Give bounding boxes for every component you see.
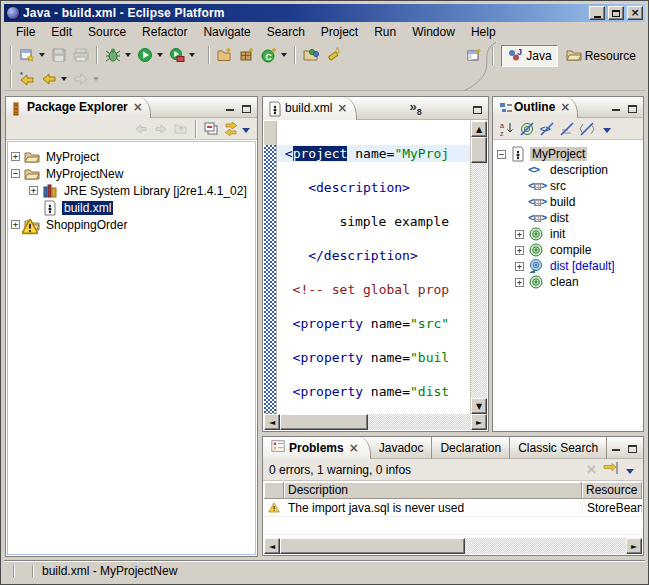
package-explorer-maximize-button[interactable] (240, 102, 253, 113)
pe-tree-item-shoppingorder[interactable]: +ShoppingOrder (8, 216, 255, 233)
menu-item-edit[interactable]: Edit (43, 23, 80, 42)
print-button[interactable] (70, 45, 92, 65)
scroll-right-arrow[interactable]: ► (471, 414, 487, 430)
package-explorer-close-icon[interactable]: × (132, 102, 144, 112)
menu-item-navigate[interactable]: Navigate (195, 23, 258, 42)
menu-item-run[interactable]: Run (366, 23, 404, 42)
collapse-all-button[interactable] (201, 120, 221, 138)
external-tools-dropdown[interactable] (189, 53, 195, 60)
editor-more-tabs-chevron[interactable]: »8 (409, 99, 421, 117)
run-button[interactable] (134, 45, 156, 65)
filter-icon[interactable] (603, 460, 619, 479)
eclipse-app-icon[interactable] (6, 6, 20, 20)
editor-maximize-button[interactable] (471, 103, 484, 114)
collapse-expander-icon[interactable]: − (497, 150, 506, 159)
outline-minimize-button[interactable] (609, 102, 622, 113)
pe-tree-item-myproject[interactable]: +MyProject (8, 148, 255, 165)
pe-tree-item-myprojectnew[interactable]: −MyProjectNew (8, 165, 255, 182)
scroll-left-arrow[interactable]: ◄ (264, 538, 280, 554)
pe-forward-button[interactable] (151, 120, 171, 138)
open-type-button[interactable] (300, 45, 322, 65)
expand-expander-icon[interactable]: + (515, 246, 524, 255)
new-class-button[interactable]: C (258, 45, 280, 65)
package-explorer-tab[interactable]: Package Explorer × (6, 97, 151, 118)
save-button[interactable] (48, 45, 70, 65)
perspective-button-java[interactable]: JJava (501, 45, 557, 67)
column-header-icon[interactable] (264, 482, 284, 498)
pe-tree-item-jre-system-library-j2re1-4-1-02-[interactable]: +JRE System Library [j2re1.4.1_02] (8, 182, 255, 199)
menu-item-project[interactable]: Project (313, 23, 366, 42)
scrollbar-thumb[interactable] (280, 414, 368, 430)
column-header-Resource[interactable]: Resource (582, 482, 642, 498)
problems-view-menu[interactable] (626, 469, 634, 474)
editor-left-ruler[interactable] (264, 121, 277, 414)
outline-tree-item-myproject[interactable]: −MyProject (494, 146, 642, 162)
outline-tree-item-compile[interactable]: +compile (494, 242, 642, 258)
menu-item-file[interactable]: File (8, 23, 43, 42)
outline-tree-item-dist[interactable]: +<>dist (494, 210, 642, 226)
expand-expander-icon[interactable]: + (11, 152, 20, 161)
problems-tab-close-icon[interactable]: × (348, 443, 360, 453)
expand-expander-icon[interactable]: + (515, 262, 524, 271)
run-dropdown[interactable] (157, 53, 163, 60)
pe-view-menu[interactable] (242, 128, 250, 133)
maximize-button[interactable] (608, 6, 624, 20)
close-button[interactable]: × (627, 6, 643, 20)
delete-marker-icon[interactable]: ✕ (586, 462, 597, 477)
search-button[interactable] (322, 45, 344, 65)
debug-button[interactable] (102, 45, 124, 65)
expand-expander-icon[interactable]: + (11, 220, 20, 229)
scrollbar-thumb[interactable] (280, 538, 465, 554)
expand-expander-icon[interactable]: + (515, 230, 524, 239)
outline-tree-item-src[interactable]: +<>src (494, 178, 642, 194)
scroll-left-arrow[interactable]: ◄ (264, 414, 280, 430)
new-class-dropdown[interactable] (281, 53, 287, 60)
forward-button[interactable] (70, 69, 92, 89)
outline-tree-item-description[interactable]: +<>description (494, 162, 642, 178)
menu-item-refactor[interactable]: Refactor (134, 23, 195, 42)
menu-item-window[interactable]: Window (404, 23, 463, 42)
outline-tree-item-clean[interactable]: +clean (494, 274, 642, 290)
editor-text-area[interactable]: <project name="MyProj<description>simple… (277, 121, 470, 414)
collapse-expander-icon[interactable]: − (11, 169, 20, 178)
scrollbar-thumb[interactable] (471, 137, 487, 163)
outline-tree-item-init[interactable]: +init (494, 226, 642, 242)
tab-classic-search[interactable]: Classic Search (510, 437, 607, 459)
editor-tab-buildxml[interactable]: build.xml × (263, 97, 357, 120)
tab-problems[interactable]: Problems× (263, 437, 371, 459)
new-wizard-dropdown[interactable] (39, 53, 45, 60)
back-dropdown[interactable] (61, 77, 67, 84)
hide-imported-elements-button[interactable] (557, 120, 577, 138)
menu-item-source[interactable]: Source (80, 23, 134, 42)
forward-dropdown[interactable] (93, 77, 99, 84)
new-java-package-button[interactable] (236, 45, 258, 65)
outline-tree-item-dist-default-[interactable]: +dist [default] (494, 258, 642, 274)
outline-view-menu[interactable] (603, 128, 611, 133)
problems-horizontal-scrollbar[interactable]: ◄ ► (264, 538, 642, 554)
perspective-button-resource[interactable]: Resource (561, 45, 641, 67)
problem-row[interactable]: The import java.sql is never usedStoreBe… (264, 499, 642, 517)
link-with-editor-button[interactable] (221, 120, 241, 138)
sort-button[interactable]: az (497, 120, 517, 138)
hide-properties-button[interactable]: <> (537, 120, 557, 138)
external-tools-button[interactable] (166, 45, 188, 65)
editor-horizontal-scrollbar[interactable]: ◄ ► (264, 414, 487, 430)
editor-vertical-scrollbar[interactable]: ▲ ▼ (470, 121, 487, 414)
outline-maximize-button[interactable] (626, 102, 639, 113)
menu-item-help[interactable]: Help (463, 23, 504, 42)
scrollbar-track[interactable] (280, 414, 471, 430)
pe-tree-item-build-xml[interactable]: +build.xml (8, 199, 255, 216)
problems-minimize-button[interactable] (609, 442, 622, 453)
outline-tree-item-build[interactable]: +<>build (494, 194, 642, 210)
last-edit-location-button[interactable]: * (16, 69, 38, 89)
outline-close-icon[interactable]: × (559, 102, 571, 112)
expand-expander-icon[interactable]: + (515, 278, 524, 287)
menu-item-search[interactable]: Search (259, 23, 313, 42)
problems-maximize-button[interactable] (626, 442, 639, 453)
scroll-right-arrow[interactable]: ► (626, 538, 642, 554)
open-perspective-button[interactable] (463, 46, 485, 66)
expand-expander-icon[interactable]: + (29, 186, 38, 195)
scroll-down-arrow[interactable]: ▼ (471, 398, 487, 414)
pe-back-button[interactable] (131, 120, 151, 138)
new-java-project-button[interactable] (214, 45, 236, 65)
